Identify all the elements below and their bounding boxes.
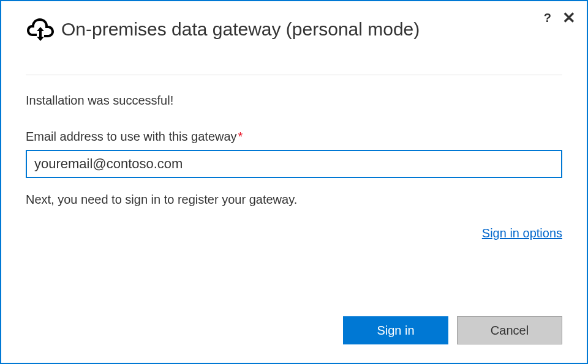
dialog-title: On-premises data gateway (personal mode) <box>61 19 420 40</box>
dialog-window: On-premises data gateway (personal mode)… <box>0 0 588 364</box>
sign-in-options-link[interactable]: Sign in options <box>482 226 562 240</box>
email-field[interactable] <box>26 150 562 178</box>
email-label: Email address to use with this gateway <box>26 130 237 143</box>
window-controls: ? ✕ <box>544 10 576 26</box>
content-area: Installation was successful! Email addre… <box>1 75 587 240</box>
sign-in-button[interactable]: Sign in <box>343 316 448 344</box>
options-link-row: Sign in options <box>26 226 562 240</box>
help-icon[interactable]: ? <box>544 12 551 24</box>
email-label-row: Email address to use with this gateway* <box>26 130 562 144</box>
close-icon[interactable]: ✕ <box>562 10 576 26</box>
hint-text: Next, you need to sign in to register yo… <box>26 193 562 207</box>
cancel-button[interactable]: Cancel <box>457 316 562 344</box>
footer-buttons: Sign in Cancel <box>343 316 562 344</box>
status-message: Installation was successful! <box>26 94 562 108</box>
cloud-gateway-icon <box>26 15 55 44</box>
required-indicator: * <box>238 130 243 143</box>
titlebar: On-premises data gateway (personal mode)… <box>1 1 587 50</box>
